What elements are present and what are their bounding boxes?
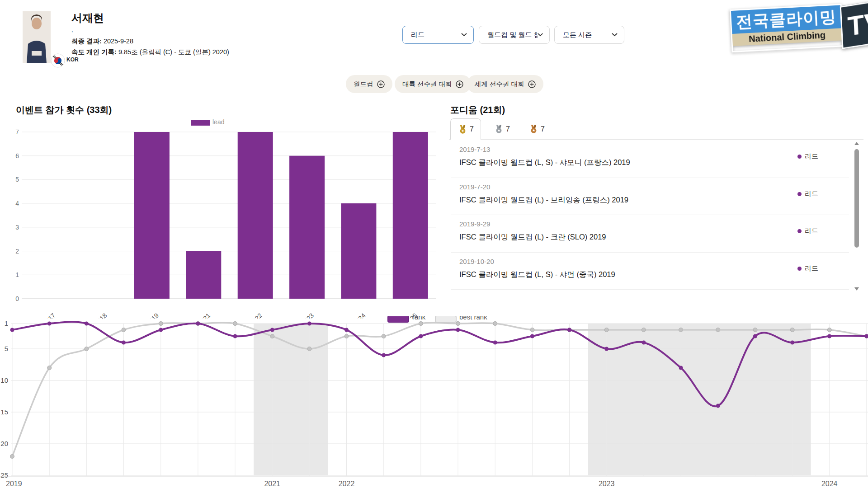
best-rank-point[interactable]	[679, 328, 683, 332]
svg-text:3: 3	[15, 224, 19, 231]
speed-record-label: 속도 개인 기록:	[71, 48, 117, 56]
rank-point[interactable]	[753, 334, 757, 338]
podium-tabs-underline	[449, 139, 863, 140]
best-rank-point[interactable]	[642, 328, 646, 332]
best-rank-point[interactable]	[493, 322, 497, 326]
podium-list: 2019-7-13IFSC 클라이밍 월드컵 (L, S) - 샤모니 (프랑스…	[451, 141, 849, 290]
filter-dropdown-1[interactable]: 월드컵 및 월드 챔	[479, 26, 550, 44]
podium-tab-bronze-medal[interactable]: 7	[521, 118, 552, 140]
rank-point[interactable]	[47, 322, 52, 326]
bar-2024[interactable]	[341, 203, 376, 299]
podium-row[interactable]: 2019-9-29IFSC 클라이밍 월드컵 (L) - 크란 (SLO) 20…	[451, 215, 849, 253]
dropdown-value: 월드컵 및 월드 챔	[487, 31, 538, 39]
best-rank-point[interactable]	[790, 328, 794, 332]
podium-row[interactable]: 2019-7-13IFSC 클라이밍 월드컵 (L, S) - 샤모니 (프랑스…	[451, 141, 849, 178]
podium-date: 2019-10-20	[459, 258, 494, 265]
rank-point[interactable]	[790, 341, 794, 345]
best-rank-point[interactable]	[47, 366, 52, 370]
filter-dropdown-0[interactable]: 리드	[402, 26, 474, 44]
chevron-down-icon	[461, 33, 467, 37]
best-rank-point[interactable]	[753, 328, 757, 332]
scrollbar-thumb[interactable]	[854, 149, 859, 248]
best-rank-point[interactable]	[159, 322, 163, 326]
best-rank-point[interactable]	[827, 328, 831, 332]
podium-tab-gold-medal[interactable]: 7	[450, 118, 481, 140]
bar-2023[interactable]	[289, 156, 325, 299]
rank-point[interactable]	[604, 347, 609, 351]
rank-point[interactable]	[679, 366, 683, 370]
discipline-badge: 리드	[797, 190, 818, 198]
rank-point[interactable]	[642, 341, 646, 345]
scrollbar-up-icon[interactable]	[854, 142, 859, 145]
silver-medal-icon	[494, 124, 504, 134]
rank-point[interactable]	[85, 322, 89, 326]
best-rank-point[interactable]	[716, 328, 720, 332]
world-cup-button[interactable]: 월드컵	[346, 75, 392, 93]
medal-count: 7	[541, 125, 545, 133]
svg-text:4: 4	[15, 200, 19, 207]
rank-point[interactable]	[456, 328, 460, 332]
rank-point[interactable]	[270, 328, 274, 332]
best-rank-point[interactable]	[419, 322, 423, 326]
podium-scrollbar[interactable]	[854, 141, 859, 291]
plus-circle-icon	[528, 80, 536, 88]
rank-point[interactable]	[567, 328, 571, 332]
rank-point[interactable]	[382, 353, 386, 357]
rank-point[interactable]	[344, 328, 349, 332]
rank-point[interactable]	[10, 328, 14, 332]
site-logo: 전국클라이밍 National Climbing TV	[730, 1, 868, 52]
best-rank-point[interactable]	[85, 347, 89, 351]
svg-text:1: 1	[15, 271, 19, 278]
podium-row[interactable]: 2019-10-20IFSC 클라이밍 월드컵 (L, S) - 샤먼 (중국)…	[451, 253, 849, 290]
svg-text:20: 20	[0, 440, 8, 447]
filter-dropdown-2[interactable]: 모든 시즌	[554, 26, 624, 44]
best-rank-point[interactable]	[307, 347, 311, 351]
bar-2025[interactable]	[393, 132, 428, 299]
best-rank-point[interactable]	[344, 334, 349, 338]
world-championship-button[interactable]: 세계 선수권 대회	[467, 75, 543, 93]
rank-point[interactable]	[196, 322, 200, 326]
plus-circle-icon	[377, 80, 385, 88]
medal-count: 7	[506, 125, 510, 133]
best-rank-point[interactable]	[10, 455, 14, 459]
svg-text:0: 0	[15, 295, 19, 302]
pill-label: 대륙 선수권 대회	[402, 80, 452, 89]
dropdown-value: 모든 시즌	[563, 31, 592, 39]
dropdown-value: 리드	[411, 31, 425, 39]
podium-tab-silver-medal[interactable]: 7	[486, 118, 517, 140]
podium-row[interactable]: 2019-7-20IFSC 클라이밍 월드컵 (L) - 브리앙송 (프랑스) …	[451, 178, 849, 216]
rank-point[interactable]	[493, 341, 497, 345]
continental-championship-button[interactable]: 대륙 선수권 대회	[395, 75, 471, 93]
rank-point[interactable]	[233, 334, 237, 338]
best-rank-point[interactable]	[382, 334, 386, 338]
season-highlight-band	[254, 324, 328, 475]
bar-2019[interactable]	[134, 132, 170, 299]
rank-point[interactable]	[122, 341, 126, 345]
best-rank-point[interactable]	[604, 328, 609, 332]
last-result-label: 최종 결과:	[71, 38, 102, 45]
best-rank-point[interactable]	[233, 322, 237, 326]
discipline-badge: 리드	[797, 264, 818, 273]
athlete-photo	[23, 11, 51, 63]
bar-2021[interactable]	[186, 251, 221, 299]
rank-point[interactable]	[307, 322, 311, 326]
rank-point[interactable]	[159, 328, 163, 332]
discipline-dot-icon	[797, 155, 802, 159]
rank-point[interactable]	[716, 404, 720, 408]
rank-point[interactable]	[419, 334, 423, 338]
rank-point[interactable]	[827, 334, 831, 338]
events-bar-chart: 0123456720172018201920212022202320242025	[0, 102, 441, 319]
discipline-badge: 리드	[797, 152, 818, 161]
best-rank-point[interactable]	[270, 334, 274, 338]
scrollbar-down-icon[interactable]	[854, 287, 859, 291]
podium-event-title: IFSC 클라이밍 월드컵 (L, S) - 샤모니 (프랑스) 2019	[459, 158, 630, 168]
podium-date: 2019-7-13	[459, 145, 490, 153]
best-rank-point[interactable]	[530, 328, 534, 332]
discipline-dot-icon	[797, 192, 802, 196]
bar-2022[interactable]	[238, 132, 273, 299]
discipline-label: 리드	[805, 190, 818, 198]
last-result-row: 최종 결과: 2025-9-28	[71, 37, 133, 46]
best-rank-point[interactable]	[122, 328, 126, 332]
best-rank-point[interactable]	[456, 322, 460, 326]
rank-point[interactable]	[530, 334, 534, 338]
